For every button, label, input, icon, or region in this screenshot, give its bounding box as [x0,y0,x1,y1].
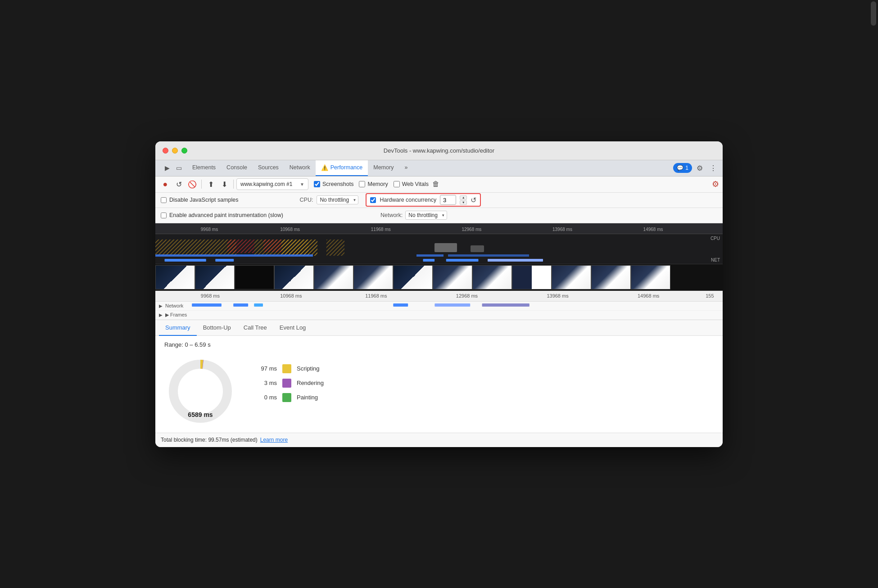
settings-alert-icon[interactable]: ⚙ [712,179,719,189]
screenshot-image [275,266,313,289]
devtools-tab-bar: ▶ ▭ Elements Console Sources Network ⚠️ … [155,160,723,176]
web-vitals-checkbox[interactable] [394,181,400,187]
svg-rect-21 [394,303,408,307]
network-expand-icon[interactable]: ▶ [159,303,163,308]
svg-rect-16 [446,259,479,262]
svg-rect-5 [326,240,344,256]
minimize-button[interactable] [172,148,178,154]
upload-button[interactable]: ⬆ [204,178,217,190]
devtools-right-actions: 💬 1 ⚙ ⋮ [673,160,723,176]
summary-panel: Range: 0 – 6.59 s 6589 ms 97 [155,336,723,433]
screenshot-thumb [235,265,274,289]
hw-undo-button[interactable]: ↺ [471,196,476,204]
legend-scripting: 97 ms Scripting [254,364,324,373]
screenshots-checkbox-group: Screenshots [314,181,353,187]
settings-icon[interactable]: ⚙ [694,162,706,174]
advanced-paint-checkbox[interactable] [161,213,167,218]
tab-event-log[interactable]: Event Log [273,320,312,336]
hw-spin-up[interactable]: ▲ [460,195,467,200]
pie-chart: 6589 ms [164,355,236,427]
ruler-tick-0: 9968 ms [201,225,218,232]
hw-concurrency-checkbox[interactable] [370,197,376,203]
screenshot-image [473,266,511,289]
net-track[interactable]: NET [155,257,723,264]
tab-call-tree[interactable]: Call Tree [237,320,273,336]
learn-more-link[interactable]: Learn more [260,437,288,443]
screenshots-checkbox[interactable] [314,181,320,187]
tab-summary[interactable]: Summary [159,320,197,336]
disable-js-checkbox[interactable] [161,197,167,203]
network-throttle-group: Network: No throttling [380,211,447,220]
ruler2-tick-6: 155 [706,293,714,299]
tab-memory[interactable]: Memory [368,160,399,176]
timeline-top-ruler: 9968 ms 10968 ms 11968 ms 12968 ms 13968… [155,223,723,234]
hw-spin-down[interactable]: ▼ [460,200,467,205]
tab-network[interactable]: Network [284,160,316,176]
svg-point-24 [173,364,227,418]
frames-track-row[interactable]: ▶ ▶ Frames [155,311,723,320]
cpu-track[interactable]: CPU [155,234,723,257]
screenshot-thumb [274,265,314,289]
memory-checkbox[interactable] [359,181,365,187]
screenshot-image [235,266,274,289]
download-button[interactable]: ⬇ [218,178,231,190]
tab-more[interactable]: » [399,160,413,176]
toolbar2-left: Disable JavaScript samples [161,197,239,203]
screenshot-image [354,266,393,289]
screenshot-thumb [552,265,591,289]
close-button[interactable] [163,148,168,154]
ruler-tick-3: 12968 ms [462,225,481,232]
scripting-color-dot [282,364,291,373]
cpu-throttle-group: CPU: No throttling [300,195,359,204]
trash-icon[interactable]: 🗑 [432,180,439,188]
recording-toolbar: ● ↺ 🚫 ⬆ ⬇ www.kapwing.com #1 ▼ Screensho… [155,176,723,193]
hw-concurrency-spinner: ▲ ▼ [460,195,467,205]
ruler-tick-2: 11968 ms [371,225,391,232]
svg-rect-8 [434,243,457,252]
hw-concurrency-input[interactable] [440,195,456,205]
clear-button[interactable]: 🚫 [186,178,199,190]
network-throttle-select-wrap: No throttling [405,211,447,220]
tab-bottom-up[interactable]: Bottom-Up [197,320,237,336]
more-options-icon[interactable]: ⋮ [707,162,719,174]
svg-rect-19 [234,303,249,307]
tab-performance[interactable]: ⚠️ Performance [316,160,368,176]
summary-content: 6589 ms 97 ms Scripting 3 ms Rendering 0… [164,355,714,427]
rendering-color-dot [282,379,291,388]
cpu-throttle-select[interactable]: No throttling [317,195,358,204]
screenshot-image [156,266,195,289]
maximize-button[interactable] [181,148,187,154]
options-toolbar: Disable JavaScript samples CPU: No throt… [155,193,723,208]
cpu-throttle-select-wrap: No throttling [317,195,358,204]
timeline-bottom-ruler: 9968 ms 10968 ms 11968 ms 12968 ms 13968… [155,291,723,302]
tab-elements[interactable]: Elements [187,160,221,176]
svg-rect-22 [435,303,471,307]
record-button[interactable]: ● [159,178,172,190]
ruler2-tick-3: 12968 ms [456,293,478,299]
painting-color-dot [282,393,291,402]
network-track-row[interactable]: ▶ Network [155,302,723,311]
screenshot-thumb [353,265,393,289]
ruler2-tick-2: 11968 ms [365,293,387,299]
tab-console[interactable]: Console [221,160,253,176]
screenshots-strip[interactable] [155,264,723,291]
ruler2-tick-4: 13968 ms [547,293,568,299]
legend: 97 ms Scripting 3 ms Rendering 0 ms Pain… [254,355,324,402]
svg-rect-15 [423,259,435,262]
separator2 [233,180,234,189]
network-track-content [186,303,719,309]
screenshot-thumb [631,265,670,289]
legend-rendering: 3 ms Rendering [254,379,324,388]
frames-expand-icon[interactable]: ▶ [159,312,163,317]
target-selector[interactable]: www.kapwing.com #1 ▼ [236,178,308,190]
legend-painting: 0 ms Painting [254,393,324,402]
cursor-icon[interactable]: ▶ [163,163,172,172]
tab-sources[interactable]: Sources [253,160,284,176]
device-icon[interactable]: ▭ [174,163,183,172]
network-throttle-select[interactable]: No throttling [405,211,447,220]
window-title: DevTools - www.kapwing.com/studio/editor [384,147,494,154]
svg-rect-6 [227,240,254,253]
ruler2-tick-1: 10968 ms [280,293,302,299]
reload-button[interactable]: ↺ [172,178,185,190]
notifications-button[interactable]: 💬 1 [673,163,692,173]
